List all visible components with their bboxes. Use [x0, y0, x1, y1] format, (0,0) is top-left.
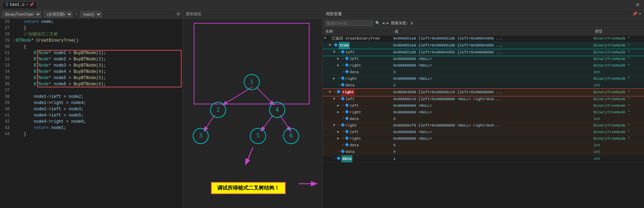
expand-right-left-right[interactable]: ▶	[337, 109, 341, 115]
search-forward-icon[interactable]: ▶	[387, 21, 389, 25]
row-name-tree: ▼ 🔷 tree	[323, 42, 392, 49]
toolbar-gear-icon[interactable]: ⚙	[636, 2, 639, 8]
debug-row-tree[interactable]: ▼ 🔷 tree 0x009651a0 {left=0x009651d8 {le…	[323, 42, 644, 49]
code-content: 26 return node; 27 } 28 //创建链式二叉树 29 □BT…	[0, 19, 183, 208]
row-name-right-left: ▼ ✓ 🔷 left	[323, 96, 392, 102]
expand-right-right-right[interactable]: ▶	[337, 136, 341, 142]
row-name-right-left-right: ▶ ✓ 🔷 right	[323, 109, 392, 115]
code-line-34: 34 BTNode* node4 = BuyBTNode(4);	[0, 69, 183, 75]
code-line-30: 30 {	[0, 44, 183, 50]
code-line-32: 32 BTNode* node2 = BuyBTNode(2);	[0, 56, 183, 62]
row-name-right1: ▶ ✓ 🔷 right	[323, 76, 392, 82]
debug-row-data1[interactable]: ✓ 🔷 data 2 int	[323, 82, 644, 89]
tab-close-button[interactable]: ×	[26, 3, 28, 7]
diagram-content: 1 2 3 4 5 6	[183, 19, 322, 208]
main-layout: BinaryTreeChain (全局范围) ⚡ main() ➕ 26 ret…	[0, 10, 644, 208]
svg-line-2	[204, 115, 214, 131]
debug-row-right-right-right[interactable]: ▶ ✓ 🔷 right 0x00000000 <NULL> BinaryTree…	[323, 136, 644, 142]
debug-row-right-left[interactable]: ▼ ✓ 🔷 left 0x00968cc0 {left=0x00000000 <…	[323, 96, 644, 103]
debug-row-right-right-data[interactable]: ✓ 🔷 data 6 int	[323, 142, 644, 149]
debug-row-left1[interactable]: ▼ ✓ 🔷 left 0x009651d8 {left=0x00964958 {…	[323, 49, 644, 56]
col-header-value: 值	[392, 29, 592, 34]
row-name-creat: ▼ ✓ 已返回 CreatBinaryTree	[323, 35, 392, 42]
debug-row-right-left-data[interactable]: ✓ 🔷 data 5 int	[323, 116, 644, 122]
row-name-right-right-left: ▶ ✓ 🔷 left	[323, 129, 392, 135]
editor-toolbar: BinaryTreeChain (全局范围) ⚡ main() ➕	[0, 10, 183, 19]
expand-right-right-left[interactable]: ▶	[337, 129, 341, 135]
debug-close-icon[interactable]: ×	[639, 12, 641, 17]
expand-left1[interactable]: ▼	[333, 49, 337, 55]
expand-creat[interactable]: ▼	[324, 35, 328, 42]
debug-row-left1-right[interactable]: ▶ ✓ 🔷 right 0x00000000 <NULL> BinaryTree…	[323, 62, 644, 69]
debug-row-right-main[interactable]: ▼ ✓ 🔷 right 0x00964990 {left=0x00968cc0 …	[323, 89, 644, 96]
expand-left1-left[interactable]: ▶	[337, 56, 341, 62]
debug-rows: ▼ ✓ 已返回 CreatBinaryTree 0x009651a0 {left…	[323, 35, 644, 208]
code-line-39: 39 node1->right = node4;	[0, 100, 183, 106]
row-name-right-main: ▼ ✓ 🔷 right	[323, 89, 392, 96]
row-name-left1: ▼ ✓ 🔷 left	[323, 49, 392, 55]
code-editor: BinaryTreeChain (全局范围) ⚡ main() ➕ 26 ret…	[0, 10, 183, 208]
row-name-left1-left: ▶ ✓ 🔷 left	[323, 56, 392, 62]
add-icon[interactable]: ➕	[176, 12, 181, 16]
search-icon[interactable]: 🔍	[375, 21, 380, 25]
code-line-43: 43 return node1;	[0, 125, 183, 131]
debug-row-right-data[interactable]: ✓ 🔷 data 4 int	[323, 149, 644, 155]
diagram-toolbar: 图形预览	[183, 10, 322, 19]
svg-text:2: 2	[217, 106, 220, 113]
debug-panel: 局部变量 📌 × 🔍 ◀ ▶ 搜索深度: 3 名称 值 类型	[322, 10, 644, 208]
tab-icon: C	[6, 2, 8, 7]
row-name-right-left-left: ▶ ✓ 🔷 left	[323, 103, 392, 109]
code-line-33: 33 BTNode* node3 = BuyBTNode(3);	[0, 62, 183, 69]
expand-right-left-left[interactable]: ▶	[337, 103, 341, 109]
arrow-to-debug	[299, 177, 320, 191]
debug-row-creat[interactable]: ▼ ✓ 已返回 CreatBinaryTree 0x009651a0 {left…	[323, 35, 644, 42]
debug-row-right1[interactable]: ▶ ✓ 🔷 right 0x00000000 <NULL> BinaryTree…	[323, 76, 644, 82]
row-name-right-data: ✓ 🔷 data	[323, 149, 392, 155]
code-line-28: 28 //创建链式二叉树	[0, 31, 183, 37]
svg-line-17	[246, 147, 253, 164]
debug-panel-title: 局部变量	[325, 11, 342, 17]
code-line-31: 31 BTNode* node1 = BuyBTNode(1);	[0, 50, 183, 56]
row-name-right-right-right: ▶ ✓ 🔷 right	[323, 136, 392, 142]
svg-line-0	[223, 87, 252, 105]
svg-line-1	[256, 87, 274, 105]
expand-right-main[interactable]: ▼	[329, 89, 333, 95]
tab-pin[interactable]: 📌	[29, 3, 34, 7]
svg-text:3: 3	[199, 132, 202, 139]
debug-row-right-left-left[interactable]: ▶ ✓ 🔷 left 0x00000000 <NULL> BinaryTreeN…	[323, 103, 644, 109]
expand-tree[interactable]: ▼	[329, 42, 333, 49]
search-depth-value: 3	[411, 21, 413, 25]
debug-row-right-right[interactable]: ▼ ✓ 🔷 right 0x00968cf8 {left=0x00000000 …	[323, 122, 644, 129]
tab-label: test.c	[10, 2, 25, 7]
row-name-right-right-data: ✓ 🔷 data	[323, 142, 392, 148]
debug-row-left1-left[interactable]: ▶ ✓ 🔷 left 0x00000000 <NULL> BinaryTreeN…	[323, 56, 644, 62]
row-name-left1-right: ▶ ✓ 🔷 right	[323, 62, 392, 69]
debug-row-right-right-left[interactable]: ▶ ✓ 🔷 left 0x00000000 <NULL> BinaryTreeN…	[323, 129, 644, 136]
debug-row-left1-data[interactable]: ✓ 🔷 data 3 int	[323, 69, 644, 76]
debug-pin-icon[interactable]: 📌	[632, 11, 637, 17]
diagram-label: 图形预览	[186, 11, 201, 17]
row-name-right-left-data: ✓ 🔷 data	[323, 116, 392, 122]
func-selector[interactable]: main()	[80, 11, 102, 17]
code-line-29: 29 □BTNode* CreatBinaryTree()	[0, 37, 183, 44]
expand-right-right[interactable]: ▼	[333, 122, 337, 129]
tab-bar: C test.c × 📌 ⚙	[0, 0, 644, 10]
col-header-type: 类型	[592, 29, 644, 34]
debug-search-input[interactable]	[325, 20, 373, 26]
expand-right-left[interactable]: ▼	[333, 96, 337, 102]
search-back-icon[interactable]: ◀	[382, 21, 385, 25]
code-line-37: 37	[0, 87, 183, 94]
expand-left1-right[interactable]: ▶	[337, 62, 341, 69]
row-name-left1-data: ✓ 🔷 data	[323, 69, 392, 75]
code-line-38: 38 node1->left = node2;	[0, 94, 183, 100]
code-line-35: 35 BTNode* node5 = BuyBTNode(5);	[0, 75, 183, 81]
debug-row-tree-data[interactable]: ✓ 🔷 data 1 int	[323, 155, 644, 163]
row-name-data1: ✓ 🔷 data	[323, 82, 392, 88]
diagram-area: 图形预览	[183, 10, 322, 208]
scope-selector[interactable]: (全局范围)	[44, 11, 72, 17]
debug-row-right-left-right[interactable]: ▶ ✓ 🔷 right 0x00000000 <NULL> BinaryTree…	[323, 109, 644, 116]
svg-text:5: 5	[257, 132, 260, 139]
file-selector[interactable]: BinaryTreeChain	[2, 11, 41, 17]
expand-right1[interactable]: ▶	[333, 76, 337, 82]
tab-test-c[interactable]: C test.c × 📌	[2, 1, 37, 8]
